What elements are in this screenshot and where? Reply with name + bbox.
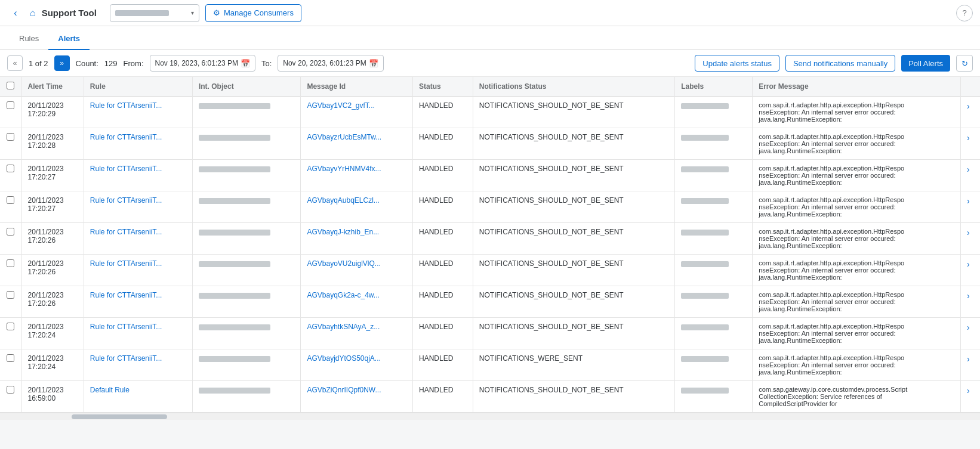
from-date-input[interactable]: Nov 19, 2023, 6:01:23 PM 📅 [150,55,255,72]
row-checkbox[interactable] [7,259,14,267]
from-date-value: Nov 19, 2023, 6:01:23 PM [155,59,238,67]
cell-status: HANDLED [413,160,473,191]
top-bar: ‹ ⌂ Support Tool ▾ ⚙ Manage Consumers ? [0,0,980,26]
cell-message-id[interactable]: AGVbay1VC2_gvfT... [301,97,413,128]
expand-row-icon[interactable]: › [967,259,970,269]
expand-row-icon[interactable]: › [967,291,970,301]
count-value: 129 [104,59,118,68]
expand-row-icon[interactable]: › [967,386,970,395]
cell-rule[interactable]: Rule for CTTArseniiT... [84,255,192,286]
cell-expand[interactable]: › [961,286,980,318]
tab-alerts[interactable]: Alerts [48,28,90,50]
cell-message-id[interactable]: AGVbayqGk2a-c_4w... [301,286,413,318]
cell-status: HANDLED [413,128,473,160]
cell-status: HANDLED [413,286,473,318]
cell-int-object [192,349,301,381]
cell-labels [675,255,753,286]
row-checkbox[interactable] [7,323,14,330]
select-all-checkbox[interactable] [7,82,14,89]
calendar-to-icon[interactable]: 📅 [369,59,378,68]
row-checkbox-cell [0,160,21,191]
to-date-input[interactable]: Nov 20, 2023, 6:01:23 PM 📅 [278,55,383,72]
send-notifications-manually-button[interactable]: Send notifications manually [785,55,895,72]
cell-error-message: com.sap.it.rt.adapter.http.api.exception… [753,128,961,160]
cell-expand[interactable]: › [961,255,980,286]
help-button[interactable]: ? [956,5,973,21]
row-checkbox[interactable] [7,196,14,204]
cell-expand[interactable]: › [961,223,980,255]
cell-rule[interactable]: Rule for CTTArseniiT... [84,223,192,255]
tab-rules[interactable]: Rules [10,28,48,50]
cell-message-id[interactable]: AGVbayqAubqELCzl... [301,191,413,223]
header-checkbox-cell [0,77,21,97]
cell-rule[interactable]: Rule for CTTArseniiT... [84,97,192,128]
cell-status: HANDLED [413,381,473,413]
calendar-from-icon[interactable]: 📅 [241,59,250,68]
row-checkbox-cell [0,223,21,255]
row-checkbox[interactable] [7,291,14,299]
header-int-object: Int. Object [192,77,301,97]
cell-labels [675,349,753,381]
count-label: Count: [76,59,98,68]
cell-message-id[interactable]: AGVbZiQnrIIQpf0NW... [301,381,413,413]
cell-alert-time: 20/11/2023 17:20:24 [21,349,84,381]
cell-message-id[interactable]: AGVbayzrUcbEsMTw... [301,128,413,160]
prev-page-button[interactable]: « [7,55,23,71]
row-checkbox[interactable] [7,228,14,236]
row-checkbox[interactable] [7,133,14,141]
cell-expand[interactable]: › [961,318,980,349]
cell-notifications-status: NOTIFICATIONS_WERE_SENT [473,349,674,381]
home-icon[interactable]: ⌂ [30,8,36,18]
row-checkbox[interactable] [7,354,14,362]
cell-rule[interactable]: Rule for CTTArseniiT... [84,286,192,318]
cell-rule[interactable]: Rule for CTTArseniiT... [84,128,192,160]
cell-expand[interactable]: › [961,381,980,413]
cell-expand[interactable]: › [961,97,980,128]
cell-labels [675,286,753,318]
cell-expand[interactable]: › [961,128,980,160]
cell-message-id[interactable]: AGVbayjdYtOS50qjA... [301,349,413,381]
update-alerts-status-button[interactable]: Update alerts status [695,55,779,72]
cell-message-id[interactable]: AGVbayoVU2uiglVlQ... [301,255,413,286]
cell-message-id[interactable]: AGVbayqJ-kzhib_En... [301,223,413,255]
cell-rule[interactable]: Default Rule [84,381,192,413]
table-row: 20/11/2023 17:20:27Rule for CTTArseniiT.… [0,191,980,223]
refresh-button[interactable]: ↻ [956,55,973,72]
row-checkbox[interactable] [7,101,14,109]
expand-row-icon[interactable]: › [967,196,970,206]
cell-rule[interactable]: Rule for CTTArseniiT... [84,160,192,191]
cell-status: HANDLED [413,318,473,349]
expand-row-icon[interactable]: › [967,133,970,143]
expand-row-icon[interactable]: › [967,354,970,364]
cell-message-id[interactable]: AGVbayhtkSNAyA_z... [301,318,413,349]
next-page-button[interactable]: » [54,55,70,71]
header-expand [961,77,980,97]
tenant-dropdown[interactable]: ▾ [110,4,199,22]
expand-row-icon[interactable]: › [967,228,970,237]
horizontal-scrollbar[interactable] [0,413,980,420]
cell-expand[interactable]: › [961,349,980,381]
manage-consumers-button[interactable]: ⚙ Manage Consumers [205,4,301,22]
cell-error-message: com.sap.it.rt.adapter.http.api.exception… [753,97,961,128]
row-checkbox[interactable] [7,386,14,394]
cell-labels [675,223,753,255]
table-row: 20/11/2023 17:20:27Rule for CTTArseniiT.… [0,160,980,191]
row-checkbox[interactable] [7,165,14,172]
cell-alert-time: 20/11/2023 17:20:29 [21,97,84,128]
poll-alerts-button[interactable]: Poll Alerts [901,55,950,72]
cell-rule[interactable]: Rule for CTTArseniiT... [84,349,192,381]
expand-row-icon[interactable]: › [967,101,970,111]
back-button[interactable]: ‹ [7,5,24,21]
table-row: 20/11/2023 17:20:26Rule for CTTArseniiT.… [0,223,980,255]
header-rule: Rule [84,77,192,97]
tabs-bar: Rules Alerts [0,26,980,50]
cell-rule[interactable]: Rule for CTTArseniiT... [84,191,192,223]
cell-message-id[interactable]: AGVbayvYrHNMV4fx... [301,160,413,191]
row-checkbox-cell [0,255,21,286]
expand-row-icon[interactable]: › [967,165,970,174]
cell-expand[interactable]: › [961,191,980,223]
cell-labels [675,191,753,223]
cell-expand[interactable]: › [961,160,980,191]
expand-row-icon[interactable]: › [967,323,970,332]
cell-rule[interactable]: Rule for CTTArseniiT... [84,318,192,349]
